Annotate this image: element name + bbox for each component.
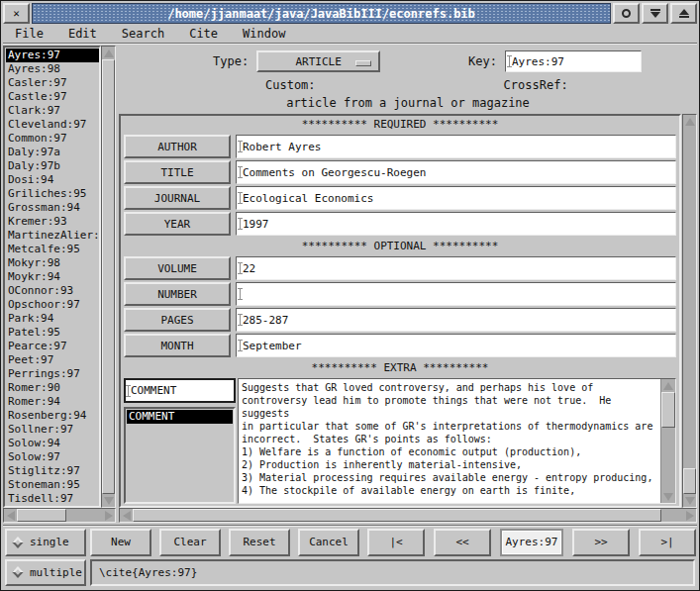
mode-multiple-radio[interactable]: multiple (5, 559, 86, 587)
sidebar-hscrollbar[interactable] (3, 508, 116, 523)
main-vscrollbar[interactable] (682, 114, 697, 508)
reference-list-item[interactable]: OConnor:93 (6, 284, 99, 298)
reference-list-item[interactable]: MartinezAlier:9 (6, 229, 99, 243)
reference-list-item[interactable]: Peet:97 (6, 353, 99, 367)
field-label-button[interactable]: AUTHOR (124, 135, 231, 158)
close-button[interactable]: ✕ (3, 3, 30, 24)
scrollbar-thumb[interactable] (102, 59, 115, 494)
reference-list-item[interactable]: Castle:97 (6, 90, 99, 104)
scroll-down-button[interactable] (683, 494, 696, 507)
scroll-left-button[interactable] (4, 509, 17, 522)
previous-record-button[interactable]: << (434, 529, 491, 556)
reference-list-item[interactable]: Patel:95 (6, 326, 99, 340)
cite-field[interactable]: \cite{Ayres:97} (90, 559, 695, 587)
reference-list-item[interactable]: Casler:97 (6, 76, 99, 90)
reference-list-item[interactable]: Daly:97b (6, 159, 99, 173)
reference-list-item[interactable]: Opschoor:97 (6, 298, 99, 312)
menu-window[interactable]: Window (243, 27, 285, 41)
extra-field-list[interactable]: COMMENT (124, 407, 236, 504)
field-input[interactable]: September (236, 334, 676, 357)
reference-list-item[interactable]: Metcalfe:95 (6, 243, 99, 256)
last-record-button[interactable]: >| (639, 529, 696, 556)
menu-search[interactable]: Search (122, 27, 164, 41)
reference-list-item[interactable]: Stiglitz:97 (6, 464, 99, 478)
scrollbar-thumb[interactable] (661, 392, 675, 428)
reference-list-item[interactable]: Romer:90 (6, 381, 99, 395)
reference-list-item[interactable]: Dosi:94 (6, 173, 99, 187)
field-input[interactable]: Comments on Georgescu-Roegen (236, 160, 676, 184)
reference-list-item[interactable]: Kremer:93 (6, 215, 99, 229)
reference-list-item[interactable]: Clark:97 (6, 104, 99, 118)
window-menu-button[interactable] (613, 3, 640, 24)
scroll-up-button[interactable] (661, 379, 674, 392)
raise-window-button[interactable] (670, 3, 697, 24)
lower-window-button[interactable] (642, 3, 668, 24)
reference-list-item[interactable]: Grossman:94 (6, 201, 99, 215)
reference-list-item[interactable]: Cleveland:97 (6, 118, 99, 132)
reference-list-item[interactable]: Griliches:95 (6, 187, 99, 201)
field-input[interactable]: Robert Ayres (236, 135, 676, 158)
reference-list-item[interactable]: Rosenberg:94 (6, 409, 99, 423)
field-label-button[interactable]: MONTH (124, 334, 231, 357)
menu-edit[interactable]: Edit (68, 27, 97, 41)
scroll-left-button[interactable] (120, 509, 133, 522)
scrollbar-thumb[interactable] (17, 509, 66, 522)
field-label-button[interactable]: YEAR (124, 212, 231, 236)
field-input[interactable]: 1997 (236, 212, 676, 236)
reference-list-item[interactable]: Pearce:97 (6, 340, 99, 353)
extra-list-item[interactable]: COMMENT (127, 410, 233, 424)
scrollbar-thumb[interactable] (133, 509, 661, 522)
reference-list-item[interactable]: Solow:94 (6, 437, 99, 450)
reference-list-item[interactable]: Moykr:94 (6, 270, 99, 284)
reference-list-item[interactable]: Solow:97 (6, 450, 99, 464)
reference-list-item[interactable]: Ayres:97 (6, 49, 99, 62)
first-record-button[interactable]: |< (367, 529, 425, 556)
scroll-down-button[interactable] (661, 490, 674, 503)
comment-textarea[interactable]: Suggests that GR loved controversy, and … (239, 379, 660, 503)
next-record-button[interactable]: >> (572, 529, 630, 556)
current-record-field[interactable]: Ayres:97 (500, 529, 563, 556)
field-label-button[interactable]: JOURNAL (124, 186, 231, 210)
menu-file[interactable]: File (15, 27, 44, 41)
scroll-up-button[interactable] (102, 47, 115, 59)
new-button[interactable]: New (90, 529, 151, 556)
scroll-up-button[interactable] (683, 115, 696, 128)
type-description: article from a journal or magazine (119, 96, 697, 114)
mode-single-radio[interactable]: single (5, 529, 86, 556)
reference-list-item[interactable]: Sollner:97 (6, 423, 99, 437)
field-input[interactable]: Ecological Economics (236, 186, 676, 210)
required-fields: AUTHOR Robert Ayres TITLE Comments on Ge… (124, 134, 676, 238)
scroll-right-button[interactable] (102, 509, 115, 522)
scroll-down-button[interactable] (102, 494, 115, 507)
menu-cite[interactable]: Cite (189, 27, 218, 41)
extra-field-name-input[interactable]: COMMENT (124, 378, 236, 403)
comment-vscrollbar[interactable] (660, 379, 675, 503)
main-hscrollbar[interactable] (119, 508, 697, 523)
reference-list-item[interactable]: Ayres:98 (6, 62, 99, 76)
clear-button[interactable]: Clear (159, 529, 221, 556)
field-input[interactable] (236, 282, 676, 306)
field-label-button[interactable]: PAGES (124, 308, 231, 332)
reference-list-item[interactable]: Park:94 (6, 312, 99, 326)
type-dropdown[interactable]: ARTICLE (256, 50, 380, 72)
reference-list-item[interactable]: Romer:94 (6, 395, 99, 409)
reference-list[interactable]: Ayres:97Ayres:98Casler:97Castle:97Clark:… (3, 46, 101, 508)
field-label-button[interactable]: NUMBER (124, 282, 231, 306)
reference-list-item[interactable]: Daly:97a (6, 146, 99, 159)
reference-list-item[interactable]: Tisdell:97 (6, 492, 99, 506)
reference-list-item[interactable]: Stoneman:95 (6, 478, 99, 492)
field-label-button[interactable]: TITLE (124, 160, 231, 184)
key-input[interactable]: Ayres:97 (505, 50, 642, 72)
reset-button[interactable]: Reset (229, 529, 290, 556)
reference-list-item[interactable]: Mokyr:98 (6, 256, 99, 270)
reference-list-item[interactable]: Common:97 (6, 132, 99, 146)
scroll-right-button[interactable] (683, 509, 696, 522)
field-input[interactable]: 285-287 (236, 308, 676, 332)
cancel-button[interactable]: Cancel (298, 529, 359, 556)
sidebar-vscrollbar[interactable] (101, 46, 116, 508)
field-input[interactable]: 22 (236, 256, 676, 280)
field-label-button[interactable]: VOLUME (124, 256, 231, 280)
window-titlebar[interactable]: /home/jjanmaat/java/JavaBibIII/econrefs.… (32, 3, 611, 24)
scrollbar-thumb[interactable] (683, 468, 696, 494)
reference-list-item[interactable]: Perrings:97 (6, 367, 99, 381)
